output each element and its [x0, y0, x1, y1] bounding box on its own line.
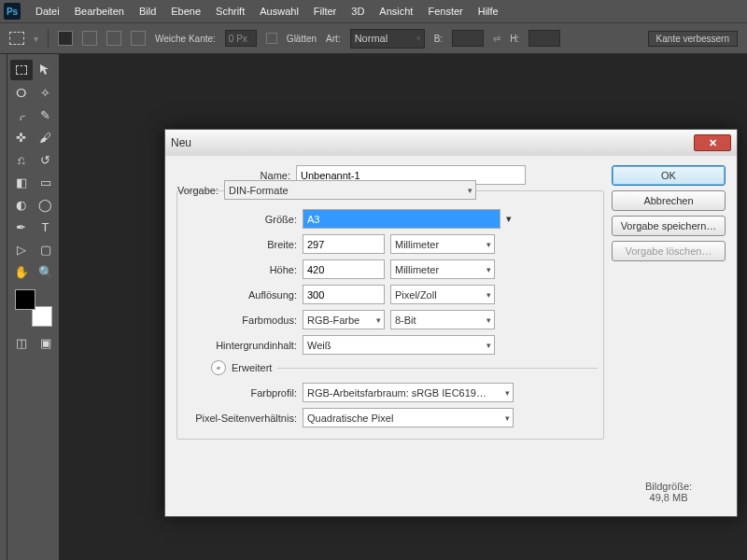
dodge-tool-icon[interactable]: ◯	[35, 194, 57, 215]
delete-preset-button: Vorgabe löschen…	[612, 241, 726, 261]
menu-hilfe[interactable]: Hilfe	[471, 6, 506, 17]
background-contents-label: Hintergrundinhalt:	[183, 340, 303, 351]
resolution-label: Auflösung:	[183, 289, 303, 301]
size-label: Größe:	[183, 214, 303, 225]
type-tool-icon[interactable]: T	[35, 217, 57, 237]
toolbox: ⵔ ✧ ⌌ ✎ ✜ 🖌 ⎌ ↺ ◧ ▭ ◐ ◯ ✒ T ▷ ▢ ✋ 🔍 ◫ ▣	[7, 54, 60, 560]
blur-tool-icon[interactable]: ◐	[10, 194, 33, 215]
selection-mode-subtract-icon[interactable]	[106, 31, 121, 46]
selection-mode-new-icon[interactable]	[58, 31, 73, 46]
height-field-label: Höhe:	[183, 264, 303, 275]
width-field-label: Breite:	[183, 239, 303, 250]
advanced-toggle[interactable]: «	[211, 360, 226, 375]
selection-mode-intersect-icon[interactable]	[131, 31, 146, 46]
color-profile-label: Farbprofil:	[183, 387, 303, 399]
healing-tool-icon[interactable]: ✜	[10, 127, 33, 147]
antialias-checkbox[interactable]	[266, 33, 277, 44]
menu-fenster[interactable]: Fenster	[420, 6, 470, 17]
refine-edge-button[interactable]: Kante verbessern	[648, 31, 738, 47]
menu-bar: Ps Datei Bearbeiten Bild Ebene Schrift A…	[0, 0, 747, 22]
move-tool-icon[interactable]	[35, 60, 57, 80]
image-size-label: Bildgröße:	[612, 481, 726, 492]
pixel-aspect-select[interactable]: Quadratische Pixel▾	[303, 408, 514, 427]
chevron-down-icon[interactable]: ▾	[506, 213, 512, 225]
eraser-tool-icon[interactable]: ◧	[10, 172, 33, 192]
quickmask-icon[interactable]: ◫	[10, 332, 33, 353]
feather-label: Weiche Kante:	[155, 34, 216, 44]
width-field[interactable]	[303, 234, 385, 254]
resolution-field[interactable]	[303, 285, 385, 304]
height-field[interactable]	[303, 259, 385, 279]
resolution-unit-select[interactable]: Pixel/Zoll▾	[390, 285, 495, 304]
cancel-button[interactable]: Abbrechen	[612, 190, 726, 211]
bit-depth-select[interactable]: 8-Bit▾	[390, 310, 495, 329]
color-swatches[interactable]	[15, 289, 52, 327]
eyedropper-tool-icon[interactable]: ✎	[35, 105, 57, 125]
screenmode-icon[interactable]: ▣	[35, 332, 57, 353]
menu-filter[interactable]: Filter	[306, 6, 344, 17]
color-mode-label: Farbmodus:	[183, 315, 303, 326]
background-contents-select[interactable]: Weiß▾	[303, 335, 495, 355]
width-label: B:	[434, 34, 443, 44]
menu-bearbeiten[interactable]: Bearbeiten	[67, 6, 132, 17]
app-logo: Ps	[4, 3, 21, 20]
new-document-dialog: Neu ✕ Name: Vorgabe: DIN-Formate▾ Größe:…	[164, 129, 738, 517]
size-select[interactable]: A3	[303, 209, 500, 229]
menu-bild[interactable]: Bild	[132, 6, 163, 17]
stamp-tool-icon[interactable]: ⎌	[10, 149, 33, 170]
height-unit-select[interactable]: Millimeter▾	[390, 259, 495, 279]
menu-3d[interactable]: 3D	[344, 6, 372, 17]
lasso-tool-icon[interactable]: ⵔ	[10, 82, 33, 103]
pen-tool-icon[interactable]: ✒	[10, 217, 33, 237]
brush-tool-icon[interactable]: 🖌	[35, 127, 57, 147]
swap-wh-icon[interactable]: ⇄	[493, 34, 500, 44]
ok-button[interactable]: OK	[612, 165, 726, 186]
height-label: H:	[510, 34, 519, 44]
marquee-tool-icon[interactable]	[10, 60, 33, 80]
pixel-aspect-label: Pixel-Seitenverhältnis:	[183, 413, 303, 424]
dialog-titlebar[interactable]: Neu ✕	[165, 130, 737, 156]
shape-tool-icon[interactable]: ▢	[35, 239, 57, 259]
foreground-color-swatch[interactable]	[15, 289, 35, 310]
width-input[interactable]	[452, 30, 484, 47]
menu-datei[interactable]: Datei	[28, 6, 67, 17]
style-select[interactable]: Normal▾	[350, 29, 425, 49]
menu-auswahl[interactable]: Auswahl	[252, 6, 306, 17]
advanced-label: Erweitert	[232, 362, 272, 373]
menu-ebene[interactable]: Ebene	[163, 6, 208, 17]
options-bar: ▾ Weiche Kante: Glätten Art: Normal▾ B: …	[0, 22, 747, 54]
save-preset-button[interactable]: Vorgabe speichern…	[612, 216, 726, 236]
marquee-icon	[9, 32, 24, 45]
crop-tool-icon[interactable]: ⌌	[10, 105, 33, 125]
zoom-tool-icon[interactable]: 🔍	[35, 261, 57, 282]
feather-input[interactable]	[225, 30, 257, 47]
close-button[interactable]: ✕	[694, 134, 731, 151]
selection-mode-add-icon[interactable]	[82, 31, 97, 46]
height-input[interactable]	[529, 30, 560, 47]
path-select-tool-icon[interactable]: ▷	[10, 239, 33, 259]
close-icon: ✕	[709, 137, 717, 149]
menu-schrift[interactable]: Schrift	[208, 6, 252, 17]
name-label: Name:	[176, 170, 296, 181]
preset-select[interactable]: DIN-Formate▾	[224, 180, 476, 200]
preset-label: Vorgabe:	[105, 185, 224, 196]
dialog-title: Neu	[171, 136, 694, 149]
magic-wand-tool-icon[interactable]: ✧	[35, 82, 57, 103]
width-unit-select[interactable]: Millimeter▾	[390, 234, 495, 254]
menu-ansicht[interactable]: Ansicht	[372, 6, 420, 17]
hand-tool-icon[interactable]: ✋	[10, 261, 33, 282]
style-label: Art:	[326, 34, 341, 44]
history-brush-tool-icon[interactable]: ↺	[35, 149, 57, 170]
color-profile-select[interactable]: RGB-Arbeitsfarbraum: sRGB IEC619…▾	[303, 383, 514, 402]
antialias-label: Glätten	[287, 34, 317, 44]
color-mode-select[interactable]: RGB-Farbe▾	[303, 310, 385, 329]
gradient-tool-icon[interactable]: ▭	[35, 172, 57, 192]
image-size-value: 49,8 MB	[612, 492, 726, 503]
